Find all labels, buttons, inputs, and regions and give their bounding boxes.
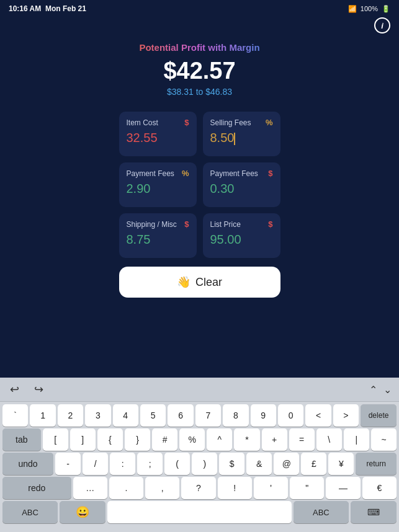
key-tilde[interactable]: ~ bbox=[371, 428, 397, 451]
item-cost-card[interactable]: Item Cost $ 32.55 bbox=[119, 112, 197, 156]
undo-button[interactable]: ↩ bbox=[7, 381, 22, 397]
shipping-misc-label: Shipping / Misc bbox=[127, 220, 177, 229]
key-question[interactable]: ? bbox=[181, 477, 215, 499]
key-pound[interactable]: £ bbox=[301, 453, 326, 475]
key-return[interactable]: return bbox=[356, 453, 397, 475]
key-quote[interactable]: " bbox=[290, 477, 324, 499]
key-6[interactable]: 6 bbox=[168, 404, 193, 427]
keyboard-row-5: ABC 😀 ABC ⌨ bbox=[2, 501, 397, 523]
key-lbracket[interactable]: [ bbox=[43, 428, 68, 451]
key-hash[interactable]: # bbox=[152, 428, 177, 451]
toolbar-right: ⌃ ⌄ bbox=[369, 384, 392, 396]
keyboard-row-4: redo … . , ? ! ' " — € bbox=[2, 477, 397, 499]
key-minus[interactable]: - bbox=[55, 453, 81, 475]
chevron-down-button[interactable]: ⌄ bbox=[383, 384, 392, 396]
key-ellipsis[interactable]: … bbox=[73, 477, 107, 499]
list-price-symbol: $ bbox=[268, 219, 272, 229]
key-delete[interactable]: delete bbox=[361, 404, 397, 427]
battery-icon: 🔋 bbox=[382, 5, 390, 13]
key-8[interactable]: 8 bbox=[223, 404, 248, 427]
key-euro[interactable]: € bbox=[362, 477, 397, 499]
keyboard-row-1: ` 1 2 3 4 5 6 7 8 9 0 < > delete bbox=[2, 404, 397, 427]
key-backslash[interactable]: \ bbox=[316, 428, 342, 451]
key-space[interactable] bbox=[107, 501, 292, 523]
key-comma[interactable]: , bbox=[145, 477, 179, 499]
key-2[interactable]: 2 bbox=[58, 404, 83, 427]
status-bar: 10:16 AM Mon Feb 21 📶 100% 🔋 bbox=[0, 0, 399, 17]
key-dollar[interactable]: $ bbox=[219, 453, 244, 475]
status-time: 10:16 AM Mon Feb 21 bbox=[9, 4, 86, 13]
key-0[interactable]: 0 bbox=[278, 404, 303, 427]
battery-label: 100% bbox=[361, 5, 378, 12]
key-tab[interactable]: tab bbox=[2, 428, 41, 451]
key-9[interactable]: 9 bbox=[251, 404, 276, 427]
text-cursor bbox=[234, 133, 235, 145]
payment-fees-dollar-symbol: $ bbox=[268, 169, 272, 178]
main-area: Potential Profit with Margin $42.57 $38.… bbox=[0, 17, 399, 310]
key-1[interactable]: 1 bbox=[30, 404, 55, 427]
key-lparen[interactable]: ( bbox=[164, 453, 190, 475]
subtitle: Potential Profit with Margin bbox=[139, 42, 259, 53]
selling-fees-card[interactable]: Selling Fees % 8.50 bbox=[203, 112, 280, 156]
info-button[interactable]: i bbox=[374, 17, 390, 33]
key-equals[interactable]: = bbox=[289, 428, 315, 451]
key-3[interactable]: 3 bbox=[85, 404, 110, 427]
clear-emoji: 👋 bbox=[177, 275, 191, 289]
shipping-misc-symbol: $ bbox=[184, 219, 189, 229]
key-asterisk[interactable]: * bbox=[234, 428, 259, 451]
wifi-icon: 📶 bbox=[348, 5, 357, 13]
key-yen[interactable]: ¥ bbox=[328, 453, 354, 475]
keyboard-row-3: undo - / : ; ( ) $ & @ £ ¥ return bbox=[2, 453, 397, 475]
key-4[interactable]: 4 bbox=[113, 404, 138, 427]
key-percent[interactable]: % bbox=[179, 428, 205, 451]
key-period[interactable]: . bbox=[109, 477, 143, 499]
chevron-up-button[interactable]: ⌃ bbox=[369, 384, 377, 396]
key-slash[interactable]: / bbox=[83, 453, 108, 475]
key-abc-right[interactable]: ABC bbox=[294, 501, 349, 523]
keyboard-rows: ` 1 2 3 4 5 6 7 8 9 0 < > delete tab [ ]… bbox=[0, 402, 399, 526]
payment-fees-pct-card[interactable]: Payment Fees % 2.90 bbox=[119, 162, 197, 207]
redo-button[interactable]: ↪ bbox=[32, 381, 46, 397]
shipping-misc-card[interactable]: Shipping / Misc $ 8.75 bbox=[119, 213, 197, 258]
key-at[interactable]: @ bbox=[274, 453, 299, 475]
keyboard-toolbar: ↩ ↪ ⌃ ⌄ bbox=[0, 378, 399, 402]
key-abc-left[interactable]: ABC bbox=[2, 501, 58, 523]
payment-fees-dollar-label: Payment Fees bbox=[210, 169, 258, 178]
item-cost-value: 32.55 bbox=[127, 131, 189, 145]
key-redo[interactable]: redo bbox=[2, 477, 71, 499]
payment-fees-dollar-card[interactable]: Payment Fees $ 0.30 bbox=[203, 162, 280, 207]
key-rbrace[interactable]: } bbox=[125, 428, 150, 451]
key-7[interactable]: 7 bbox=[195, 404, 221, 427]
payment-fees-pct-symbol: % bbox=[182, 169, 189, 178]
key-plus[interactable]: + bbox=[262, 428, 287, 451]
keyboard-area: ↩ ↪ ⌃ ⌄ ` 1 2 3 4 5 6 7 8 9 0 < > delete bbox=[0, 378, 399, 532]
key-exclaim[interactable]: ! bbox=[218, 477, 252, 499]
input-grid: Item Cost $ 32.55 Selling Fees % 8.50 Pa… bbox=[119, 112, 280, 258]
key-backtick[interactable]: ` bbox=[2, 404, 28, 427]
key-undo[interactable]: undo bbox=[2, 453, 53, 475]
item-cost-symbol: $ bbox=[184, 118, 189, 127]
key-gt[interactable]: > bbox=[333, 404, 359, 427]
key-colon[interactable]: : bbox=[110, 453, 135, 475]
key-rbracket[interactable]: ] bbox=[70, 428, 96, 451]
clear-button[interactable]: 👋 Clear bbox=[119, 267, 280, 298]
key-ampersand[interactable]: & bbox=[246, 453, 272, 475]
key-lbrace[interactable]: { bbox=[97, 428, 123, 451]
keyboard-row-2: tab [ ] { } # % ^ * + = \ | ~ bbox=[2, 428, 397, 451]
list-price-card[interactable]: List Price $ 95.00 bbox=[203, 213, 280, 258]
range-text: $38.31 to $46.83 bbox=[167, 87, 232, 97]
key-keyboard-icon[interactable]: ⌨ bbox=[351, 501, 397, 523]
key-caret[interactable]: ^ bbox=[207, 428, 232, 451]
key-semicolon[interactable]: ; bbox=[137, 453, 163, 475]
key-emdash[interactable]: — bbox=[326, 477, 360, 499]
shipping-misc-value: 8.75 bbox=[127, 233, 189, 247]
item-cost-label: Item Cost bbox=[127, 118, 158, 127]
key-lt[interactable]: < bbox=[305, 404, 331, 427]
key-5[interactable]: 5 bbox=[140, 404, 166, 427]
status-right: 📶 100% 🔋 bbox=[348, 5, 390, 13]
key-apostrophe[interactable]: ' bbox=[254, 477, 288, 499]
key-rparen[interactable]: ) bbox=[192, 453, 217, 475]
key-emoji[interactable]: 😀 bbox=[60, 501, 105, 523]
key-pipe[interactable]: | bbox=[344, 428, 369, 451]
selling-fees-value: 8.50 bbox=[210, 131, 273, 145]
